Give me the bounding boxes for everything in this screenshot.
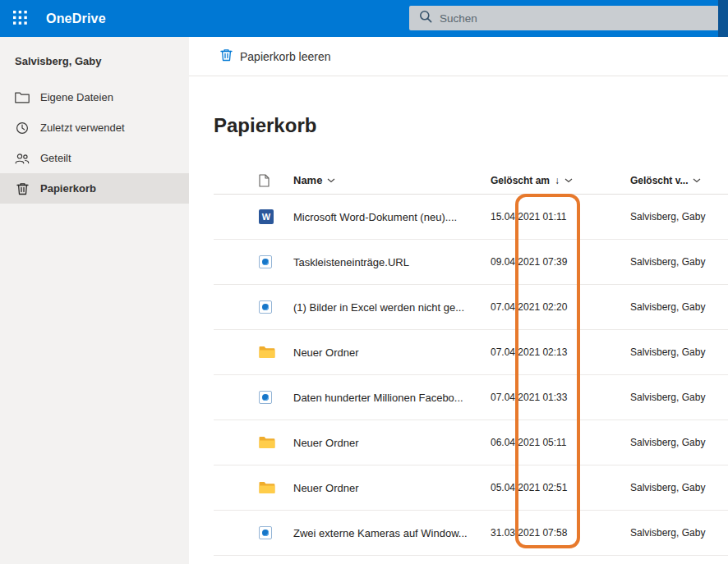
table-row[interactable]: Neuer Ordner 07.04.2021 02:13 Salvisberg… xyxy=(214,330,728,375)
url-icon xyxy=(259,391,293,404)
app-title: OneDrive xyxy=(46,11,106,26)
file-name: Microsoft Word-Dokument (neu).... xyxy=(293,211,491,223)
table-row[interactable]: Zwei externe Kameras auf Window... 31.03… xyxy=(214,511,728,556)
deleted-date: 09.04.2021 07:39 xyxy=(491,256,630,268)
empty-recyclebin-label: Papierkorb leeren xyxy=(240,50,331,63)
file-name: Zwei externe Kameras auf Window... xyxy=(293,527,491,539)
command-bar: Papierkorb leeren xyxy=(189,37,728,76)
chevron-down-icon xyxy=(564,178,573,183)
deleted-by: Salvisberg, Gaby xyxy=(630,527,728,539)
deleted-by: Salvisberg, Gaby xyxy=(630,301,728,313)
deleted-date: 15.04.2021 01:11 xyxy=(491,211,630,222)
deleted-date: 07.04.2021 02:13 xyxy=(491,346,630,358)
table-row[interactable]: (1) Bilder in Excel werden nicht ge... 0… xyxy=(214,285,728,330)
deleted-by: Salvisberg, Gaby xyxy=(630,392,728,403)
sort-desc-icon: ↓ xyxy=(555,175,560,186)
file-name: Neuer Ordner xyxy=(293,346,491,359)
table-row[interactable]: Neuer Ordner 05.04.2021 02:51 Salvisberg… xyxy=(214,465,728,511)
folder-icon xyxy=(259,436,293,449)
file-name: (1) Bilder in Excel werden nicht ge... xyxy=(293,301,491,314)
search-input[interactable] xyxy=(440,12,719,25)
file-name: Neuer Ordner xyxy=(293,437,491,449)
deleted-by: Salvisberg, Gaby xyxy=(630,211,728,222)
deleted-by: Salvisberg, Gaby xyxy=(630,346,728,358)
column-header-deleted-at[interactable]: Gelöscht am ↓ xyxy=(491,175,630,186)
deleted-date: 06.04.2021 05:11 xyxy=(491,437,630,448)
sidebar-item-label: Eigene Dateien xyxy=(40,91,113,103)
search-box[interactable] xyxy=(409,6,719,30)
table-row[interactable]: W Microsoft Word-Dokument (neu).... 15.0… xyxy=(214,195,728,240)
header-right-button[interactable] xyxy=(718,0,728,37)
deleted-date: 05.04.2021 02:51 xyxy=(491,482,630,493)
waffle-icon xyxy=(13,11,27,27)
folder-icon xyxy=(15,92,30,103)
main-content: Papierkorb leeren Papierkorb Name Gelösc… xyxy=(189,37,728,564)
search-icon xyxy=(419,10,432,26)
file-type-column-icon[interactable] xyxy=(259,174,293,187)
deleted-date: 07.04.2021 01:33 xyxy=(491,392,630,403)
deleted-date: 07.04.2021 02:20 xyxy=(491,301,630,313)
file-name: Daten hunderter Millionen Facebo... xyxy=(293,392,491,404)
app-header: OneDrive xyxy=(0,0,728,37)
sidebar-item-label: Geteilt xyxy=(40,152,71,164)
chevron-down-icon xyxy=(327,178,335,183)
table-row[interactable]: Neuer Ordner 06.04.2021 05:11 Salvisberg… xyxy=(214,420,728,465)
page-title: Papierkorb xyxy=(214,114,728,137)
chevron-down-icon xyxy=(693,178,701,183)
folder-icon xyxy=(259,481,293,494)
sidebar-item-papierkorb[interactable]: Papierkorb xyxy=(0,173,189,204)
trash-icon xyxy=(220,48,233,64)
deleted-by: Salvisberg, Gaby xyxy=(630,437,728,448)
sidebar-item-label: Zuletzt verwendet xyxy=(40,122,125,134)
people-icon xyxy=(15,153,30,164)
sidebar: Salvisberg, Gaby Eigene Dateien Zuletzt … xyxy=(0,37,189,564)
table-row[interactable]: Taskleisteneinträge.URL 09.04.2021 07:39… xyxy=(214,240,728,285)
sidebar-item-label: Papierkorb xyxy=(40,182,96,195)
empty-recyclebin-button[interactable]: Papierkorb leeren xyxy=(220,48,331,64)
file-name: Neuer Ordner xyxy=(293,482,491,494)
folder-icon xyxy=(259,346,293,359)
app-launcher-button[interactable] xyxy=(0,0,39,37)
deleted-date: 31.03.2021 07:58 xyxy=(491,527,630,539)
table-header: Name Gelöscht am ↓ Gelöscht v... xyxy=(214,167,728,195)
sidebar-item-zuletzt-verwendet[interactable]: Zuletzt verwendet xyxy=(0,112,189,143)
sidebar-item-eigene-dateien[interactable]: Eigene Dateien xyxy=(0,82,189,112)
column-header-name[interactable]: Name xyxy=(293,174,491,186)
deleted-by: Salvisberg, Gaby xyxy=(630,482,728,493)
table-row[interactable]: Daten hunderter Millionen Facebo... 07.0… xyxy=(214,375,728,420)
table-body: W Microsoft Word-Dokument (neu).... 15.0… xyxy=(214,195,728,556)
url-icon xyxy=(259,300,293,314)
user-name: Salvisberg, Gaby xyxy=(0,37,189,82)
word-icon: W xyxy=(259,209,293,224)
clock-icon xyxy=(15,122,30,135)
url-icon xyxy=(259,526,293,539)
deleted-by: Salvisberg, Gaby xyxy=(630,256,728,268)
files-table: Name Gelöscht am ↓ Gelöscht v... W M xyxy=(214,167,728,556)
file-name: Taskleisteneinträge.URL xyxy=(293,256,491,268)
trash-icon xyxy=(15,182,30,195)
url-icon xyxy=(259,255,293,268)
column-header-deleted-by[interactable]: Gelöscht v... xyxy=(630,175,728,186)
sidebar-item-geteilt[interactable]: Geteilt xyxy=(0,143,189,173)
